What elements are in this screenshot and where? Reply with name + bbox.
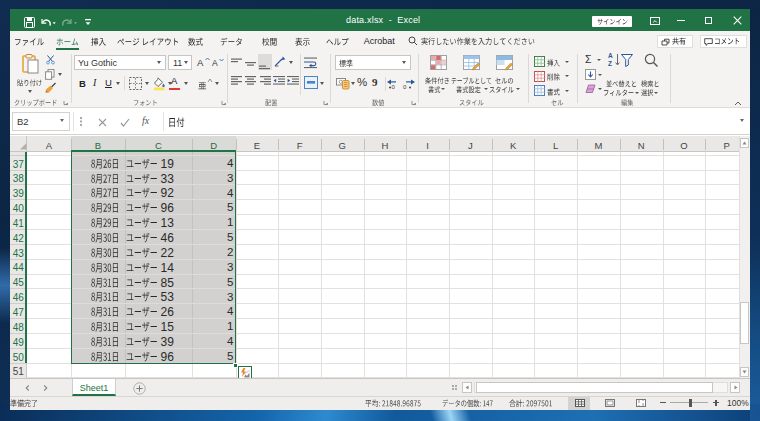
svg-text:0: 0: [392, 84, 396, 90]
svg-text:0: 0: [403, 84, 407, 90]
